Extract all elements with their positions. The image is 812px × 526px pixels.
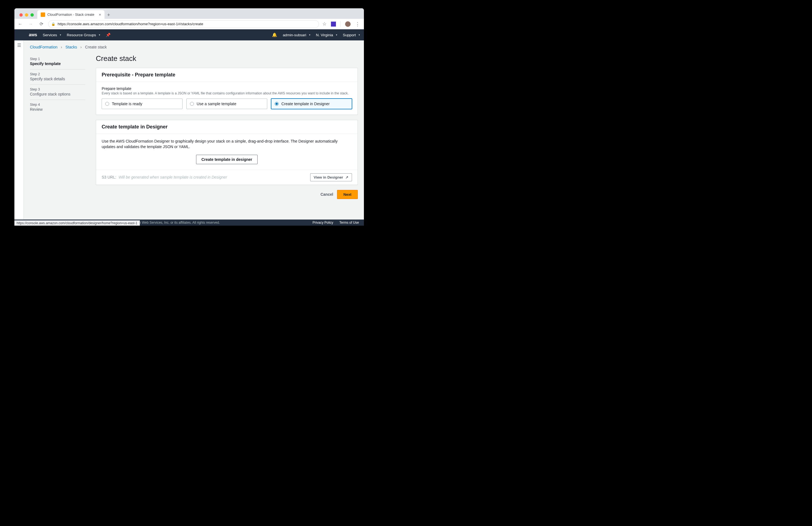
side-rail: ☰ (14, 40, 24, 220)
window-minimize-icon[interactable] (25, 13, 28, 17)
help-text: Every stack is based on a template. A te… (102, 91, 352, 95)
privacy-link[interactable]: Privacy Policy (313, 221, 333, 224)
bookmark-icon[interactable]: ☆ (322, 21, 327, 27)
terms-link[interactable]: Terms of Use (339, 221, 359, 224)
status-bar: https://console.aws.amazon.com/cloudform… (14, 220, 140, 225)
back-button[interactable]: ← (17, 21, 24, 27)
hamburger-icon[interactable]: ☰ (14, 43, 24, 48)
url-text: https://console.aws.amazon.com/cloudform… (58, 22, 203, 26)
radio-create-in-designer[interactable]: Create template in Designer (271, 99, 352, 109)
s3-url-value: Will be generated when sample template i… (118, 175, 227, 179)
tab-title: CloudFormation - Stack create (47, 13, 95, 17)
panel-designer: Create template in Designer Use the AWS … (96, 120, 358, 185)
radio-icon (190, 102, 194, 106)
field-label: Prepare template (102, 86, 352, 91)
nav-region[interactable]: N. Virginia (316, 33, 337, 37)
browser-menu-icon[interactable]: ⋮ (355, 21, 360, 27)
create-template-in-designer-button[interactable]: Create template in designer (196, 155, 258, 164)
wizard-step-2[interactable]: Step 2 Specify stack details (30, 70, 85, 85)
main: Create stack Prerequisite - Prepare temp… (96, 54, 358, 199)
panel-prerequisite: Prerequisite - Prepare template Prepare … (96, 68, 358, 115)
wizard-step-3[interactable]: Step 3 Configure stack options (30, 85, 85, 100)
nav-services[interactable]: Services (43, 33, 61, 37)
crumb-cloudformation[interactable]: CloudFormation (30, 45, 58, 49)
new-tab-button[interactable]: + (105, 11, 113, 19)
profile-avatar-icon[interactable] (345, 21, 351, 27)
radio-icon (275, 102, 279, 106)
nav-user[interactable]: admin-subsari (283, 33, 310, 37)
pin-icon[interactable]: 📌 (106, 33, 111, 37)
extension-icon[interactable] (331, 21, 336, 27)
chevron-right-icon: › (80, 45, 82, 49)
lock-icon: 🔒 (51, 22, 55, 26)
page-title: Create stack (96, 54, 358, 63)
window-controls (16, 10, 37, 19)
crumb-stacks[interactable]: Stacks (66, 45, 77, 49)
panel-heading: Create template in Designer (96, 120, 358, 134)
close-tab-icon[interactable]: × (99, 12, 101, 17)
reload-button[interactable]: ⟳ (38, 21, 45, 27)
forward-button[interactable]: → (27, 21, 34, 27)
next-button[interactable]: Next (337, 190, 358, 199)
cancel-button[interactable]: Cancel (320, 192, 333, 196)
app-body: ☰ CloudFormation › Stacks › Create stack… (14, 40, 364, 220)
breadcrumb: CloudFormation › Stacks › Create stack (30, 45, 358, 49)
external-link-icon: ↗ (345, 175, 348, 179)
crumb-current: Create stack (85, 45, 107, 49)
radio-sample-template[interactable]: Use a sample template (186, 99, 267, 109)
window-close-icon[interactable] (19, 13, 23, 17)
favicon-icon (41, 13, 45, 17)
designer-description: Use the AWS CloudFormation Designer to g… (102, 138, 352, 150)
s3-url-label: S3 URL: (102, 175, 116, 179)
wizard-step-4[interactable]: Step 4 Review (30, 100, 85, 115)
browser-tab[interactable]: CloudFormation - Stack create × (37, 10, 105, 19)
wizard-steps: Step 1 Specify template Step 2 Specify s… (30, 54, 85, 199)
url-input[interactable]: 🔒 https://console.aws.amazon.com/cloudfo… (48, 20, 319, 28)
panel-footer: S3 URL: Will be generated when sample te… (96, 170, 358, 185)
address-bar: ← → ⟳ 🔒 https://console.aws.amazon.com/c… (14, 19, 364, 29)
aws-logo[interactable]: aws (29, 33, 37, 37)
chevron-right-icon: › (61, 45, 62, 49)
radio-template-ready[interactable]: Template is ready (102, 99, 183, 109)
browser-window: CloudFormation - Stack create × + ← → ⟳ … (14, 8, 364, 225)
panel-heading: Prerequisite - Prepare template (96, 68, 358, 82)
tab-strip: CloudFormation - Stack create × + (14, 8, 364, 19)
wizard-step-1[interactable]: Step 1 Specify template (30, 54, 85, 70)
bell-icon[interactable]: 🔔 (272, 32, 277, 38)
radio-group-prepare-template: Template is ready Use a sample template … (102, 99, 352, 109)
nav-resource-groups[interactable]: Resource Groups (67, 33, 100, 37)
content: CloudFormation › Stacks › Create stack S… (24, 40, 364, 220)
wizard-actions: Cancel Next (96, 190, 358, 199)
window-zoom-icon[interactable] (30, 13, 34, 17)
aws-topnav: aws Services Resource Groups 📌 🔔 admin-s… (14, 29, 364, 40)
radio-icon (105, 102, 109, 106)
nav-support[interactable]: Support (343, 33, 360, 37)
view-in-designer-button[interactable]: View in Designer ↗ (310, 173, 352, 181)
